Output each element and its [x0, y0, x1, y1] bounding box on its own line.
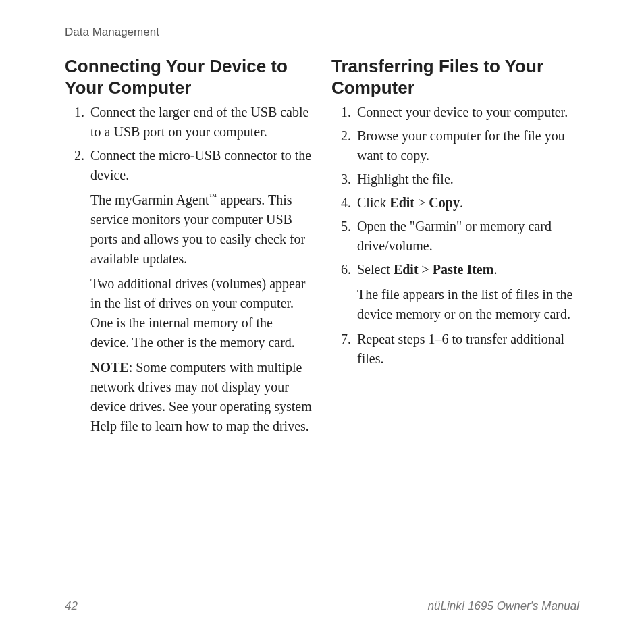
edit-menu-1: Edit	[390, 195, 414, 210]
r-step-7: Repeat steps 1–6 to transfer additional …	[354, 329, 579, 369]
r-step-6: Select Edit > Paste Item. The file appea…	[354, 260, 579, 324]
step-1: Connect the larger end of the USB cable …	[88, 103, 313, 142]
step-2-text: Connect the micro-USB connector to the d…	[90, 148, 311, 182]
r6-suffix: .	[493, 262, 497, 277]
copy-menu: Copy	[429, 195, 460, 210]
left-column: Connecting Your Device to Your Computer …	[65, 49, 313, 441]
drives-paragraph: Two additional drives (volumes) appear i…	[90, 274, 313, 352]
trademark-symbol: ™	[209, 192, 217, 202]
p1a: The myGarmin Agent	[90, 192, 209, 207]
gt2: >	[419, 262, 433, 277]
note-paragraph: NOTE: Some computers with multiple netwo…	[90, 358, 313, 436]
r-step-5: Open the "Garmin" or memory card drive/v…	[354, 217, 579, 256]
mygarmin-paragraph: The myGarmin Agent™ appears. This servic…	[90, 190, 313, 269]
paste-menu: Paste Item	[433, 262, 494, 277]
r-step-4: Click Edit > Copy.	[354, 193, 579, 213]
right-column: Transferring Files to Your Computer Conn…	[331, 49, 579, 441]
r4-prefix: Click	[357, 195, 390, 210]
note-label: NOTE	[90, 360, 129, 375]
heading-connecting: Connecting Your Device to Your Computer	[65, 56, 313, 99]
r-step-1: Connect your device to your computer.	[354, 103, 579, 122]
connecting-steps: Connect the larger end of the USB cable …	[65, 103, 313, 436]
edit-menu-2: Edit	[394, 262, 419, 277]
page-number: 42	[65, 599, 78, 613]
gt1: >	[414, 195, 429, 210]
file-appears-paragraph: The file appears in the list of files in…	[357, 285, 579, 324]
section-header: Data Management	[65, 26, 579, 41]
step-2: Connect the micro-USB connector to the d…	[88, 146, 313, 436]
manual-page: Data Management Connecting Your Device t…	[0, 0, 644, 644]
r6-prefix: Select	[357, 262, 394, 277]
transferring-steps: Connect your device to your computer. Br…	[331, 103, 579, 369]
r4-suffix: .	[460, 195, 463, 210]
r-step-2: Browse your computer for the file you wa…	[354, 126, 579, 165]
two-column-layout: Connecting Your Device to Your Computer …	[65, 49, 579, 441]
page-footer: 42 nüLink! 1695 Owner's Manual	[65, 599, 579, 613]
heading-transferring: Transferring Files to Your Computer	[331, 56, 579, 99]
r-step-3: Highlight the file.	[354, 169, 579, 189]
manual-title: nüLink! 1695 Owner's Manual	[428, 599, 579, 613]
